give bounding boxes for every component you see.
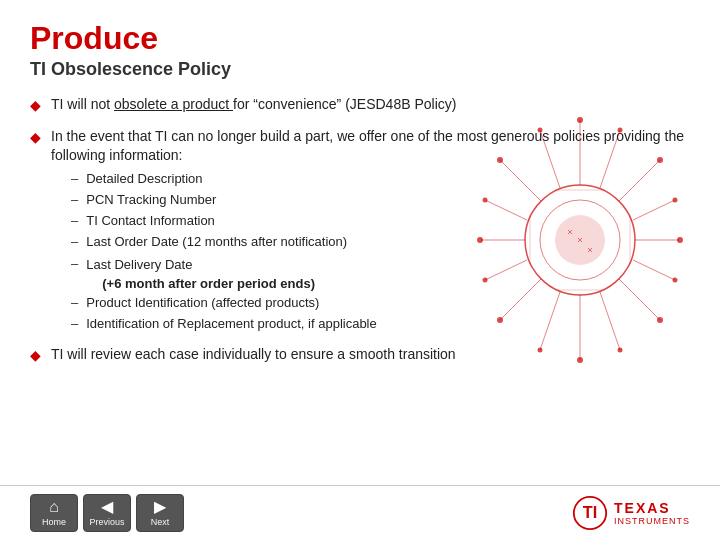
dash-4: –: [71, 234, 78, 249]
bullet-text-1: TI will not obsolete a product for “conv…: [51, 95, 456, 115]
next-button[interactable]: ▶ Next: [136, 494, 184, 532]
diamond-icon-2: ◆: [30, 129, 41, 145]
dash-1: –: [71, 171, 78, 186]
bullet-text-3: TI will review each case individually to…: [51, 345, 456, 365]
ti-logo-icon: TI: [572, 495, 608, 531]
product-diagram: [470, 100, 690, 380]
footer: ⌂ Home ◀ Previous ▶ Next TI TEXAS: [0, 485, 720, 540]
diagram-area: [470, 100, 690, 380]
home-label: Home: [42, 517, 66, 527]
diamond-icon-3: ◆: [30, 347, 41, 363]
svg-point-20: [577, 357, 583, 363]
home-icon: ⌂: [49, 499, 59, 515]
svg-point-23: [497, 157, 503, 163]
dash-2: –: [71, 192, 78, 207]
svg-point-27: [538, 128, 543, 133]
sub-text-1: Detailed Description: [86, 170, 202, 188]
main-title: Produce: [30, 20, 690, 57]
subtitle: TI Obsolescence Policy: [30, 59, 690, 80]
dash-6: –: [71, 295, 78, 310]
svg-line-8: [619, 160, 660, 201]
svg-point-32: [483, 278, 488, 283]
sub-text-2: PCN Tracking Number: [86, 191, 216, 209]
svg-point-33: [673, 198, 678, 203]
sub-text-6: Product Identification (affected product…: [86, 294, 319, 312]
svg-point-30: [618, 348, 623, 353]
svg-point-34: [673, 278, 678, 283]
svg-line-13: [540, 292, 560, 350]
svg-line-10: [619, 279, 660, 320]
sub-item-5-content: Last Delivery Date (+6 month after order…: [86, 255, 315, 291]
dash-5: –: [71, 256, 78, 271]
diamond-icon-1: ◆: [30, 97, 41, 113]
svg-point-25: [497, 317, 503, 323]
sub-text-5: Last Delivery Date: [86, 257, 192, 272]
svg-point-28: [618, 128, 623, 133]
slide-header: Produce TI Obsolescence Policy: [0, 0, 720, 85]
nav-buttons: ⌂ Home ◀ Previous ▶ Next: [30, 494, 184, 532]
svg-line-12: [600, 130, 620, 188]
svg-line-18: [633, 260, 675, 280]
sub-text-4: Last Order Date (12 months after notific…: [86, 233, 347, 251]
svg-point-24: [657, 157, 663, 163]
ti-logo-box: TI TEXAS INSTRUMENTS: [572, 495, 690, 531]
dash-3: –: [71, 213, 78, 228]
slide: Produce TI Obsolescence Policy: [0, 0, 720, 540]
ti-logo: TI TEXAS INSTRUMENTS: [572, 495, 690, 531]
prev-button[interactable]: ◀ Previous: [83, 494, 131, 532]
svg-line-17: [633, 200, 675, 220]
svg-line-15: [485, 200, 527, 220]
sub-text-3: TI Contact Information: [86, 212, 215, 230]
sub-text-5-note: (+6 month after order period ends): [102, 276, 315, 291]
svg-point-22: [677, 237, 683, 243]
svg-line-14: [600, 292, 620, 350]
sub-text-7: Identification of Replacement product, i…: [86, 315, 377, 333]
svg-point-26: [657, 317, 663, 323]
obsolete-link[interactable]: obsolete a product: [114, 96, 233, 112]
prev-icon: ◀: [101, 499, 113, 515]
svg-text:TI: TI: [583, 503, 597, 521]
svg-point-21: [477, 237, 483, 243]
ti-brand: TEXAS: [614, 500, 671, 516]
svg-line-11: [540, 130, 560, 188]
svg-line-16: [485, 260, 527, 280]
next-icon: ▶: [154, 499, 166, 515]
svg-point-19: [577, 117, 583, 123]
ti-sub: INSTRUMENTS: [614, 516, 690, 526]
svg-line-9: [500, 279, 541, 320]
svg-line-7: [500, 160, 541, 201]
dash-7: –: [71, 316, 78, 331]
next-label: Next: [151, 517, 170, 527]
ti-logo-text: TEXAS INSTRUMENTS: [614, 500, 690, 526]
svg-point-29: [538, 348, 543, 353]
home-button[interactable]: ⌂ Home: [30, 494, 78, 532]
svg-point-31: [483, 198, 488, 203]
prev-label: Previous: [89, 517, 124, 527]
